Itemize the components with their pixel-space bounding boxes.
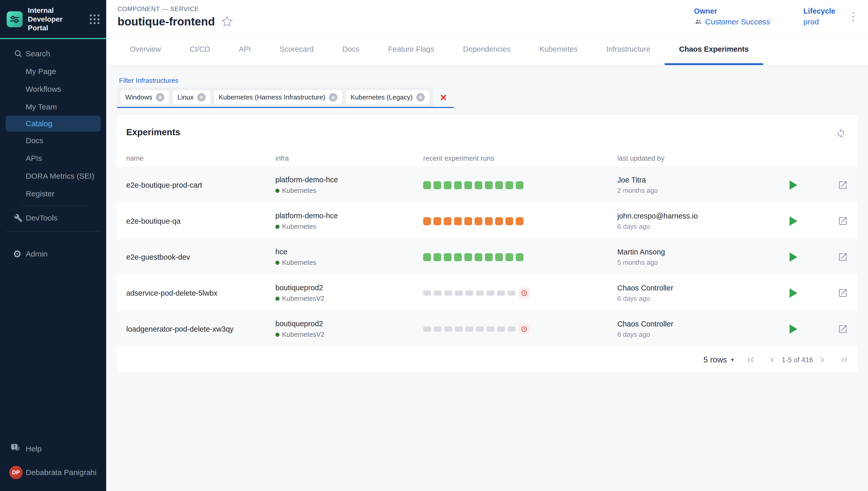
next-page-button[interactable] bbox=[817, 354, 828, 366]
chip-remove-icon[interactable]: × bbox=[416, 93, 425, 102]
sidebar-item-search[interactable]: Search bbox=[0, 45, 106, 62]
sidebar-item-docs[interactable]: Docs bbox=[0, 132, 106, 149]
open-in-new-icon[interactable] bbox=[838, 216, 848, 226]
run-experiment-play-button[interactable] bbox=[789, 180, 797, 190]
owner-link[interactable]: Customer Success bbox=[705, 18, 770, 26]
chip-label: Kubernetes (Legacy) bbox=[350, 93, 412, 101]
filter-chip-windows: Windows× bbox=[121, 90, 169, 104]
table-row[interactable]: e2e-boutique-prod-cartplatform-demo-hceK… bbox=[117, 167, 857, 203]
table-row[interactable]: e2e-guestbook-devhceKubernetesMartin Ans… bbox=[117, 239, 857, 275]
chip-remove-icon[interactable]: × bbox=[329, 93, 337, 102]
sidebar-item-devtools[interactable]: DevTools bbox=[0, 209, 106, 227]
sidebar-item-my-page[interactable]: My Page bbox=[0, 62, 106, 80]
sidebar-item-catalog[interactable]: Catalog bbox=[6, 116, 100, 132]
experiment-name: e2e-guestbook-dev bbox=[126, 253, 276, 261]
open-in-new-icon[interactable] bbox=[838, 324, 848, 334]
help-bubble-icon: ? bbox=[10, 443, 21, 455]
tab-dependencies[interactable]: Dependencies bbox=[449, 33, 525, 65]
recent-runs-strip bbox=[423, 217, 617, 225]
first-page-button[interactable] bbox=[745, 354, 756, 366]
table-row[interactable]: adservice-pod-delete-5lwbxboutiqueprod2K… bbox=[117, 275, 857, 311]
tab-ci-cd[interactable]: CI/CD bbox=[175, 33, 225, 65]
slider-logo-icon bbox=[9, 13, 20, 25]
recent-runs-strip bbox=[423, 181, 617, 189]
run-pending-square bbox=[455, 290, 463, 296]
sidebar-header: Internal Developer Portal bbox=[0, 0, 106, 39]
chip-label: Windows bbox=[125, 93, 152, 101]
sidebar-divider bbox=[20, 206, 86, 206]
user-menu[interactable]: DP Debabrata Panigrahi bbox=[0, 461, 106, 484]
run-experiment-play-button[interactable] bbox=[789, 324, 797, 334]
run-success-square bbox=[423, 253, 431, 261]
tab-api[interactable]: API bbox=[225, 33, 265, 65]
apps-grid-icon[interactable] bbox=[90, 15, 99, 24]
run-experiment-play-button[interactable] bbox=[789, 253, 797, 262]
chip-remove-icon[interactable]: × bbox=[197, 93, 206, 102]
tab-chaos-experiments[interactable]: Chaos Experiments bbox=[665, 33, 763, 65]
tab-label: API bbox=[239, 45, 251, 54]
chip-label: Kubernetes (Harness Infrastructure) bbox=[219, 93, 325, 101]
sidebar-item-workflows[interactable]: Workflows bbox=[0, 80, 106, 98]
harness-idp-logo[interactable] bbox=[7, 11, 23, 27]
updated-by-name: Joe Titra bbox=[617, 176, 789, 184]
updated-by-cell: Joe Titra2 months ago bbox=[617, 176, 789, 195]
last-page-button[interactable] bbox=[838, 354, 849, 366]
infra-cell: platform-demo-hceKubernetes bbox=[276, 176, 423, 195]
page-title: boutique-frontend bbox=[117, 15, 215, 28]
tab-infrastructure[interactable]: Infrastructure bbox=[592, 33, 665, 65]
tab-overview[interactable]: Overview bbox=[115, 33, 175, 65]
refresh-icon[interactable] bbox=[836, 128, 846, 138]
sidebar-item-admin[interactable]: ⚙ Admin bbox=[0, 245, 106, 263]
run-failed-square bbox=[464, 217, 472, 225]
open-in-new-icon[interactable] bbox=[838, 180, 848, 190]
rows-per-page-select[interactable]: 5 rows ▾ bbox=[703, 355, 734, 365]
table-row[interactable]: loadgenerator-pod-delete-xw3qyboutiquepr… bbox=[117, 311, 857, 347]
run-pending-square bbox=[434, 290, 442, 296]
tab-feature-flags[interactable]: Feature Flags bbox=[374, 33, 449, 65]
sidebar-item-register[interactable]: Register bbox=[0, 185, 106, 203]
prev-page-button[interactable] bbox=[767, 354, 778, 366]
run-experiment-play-button[interactable] bbox=[789, 288, 797, 298]
tab-label: Overview bbox=[130, 45, 161, 54]
sidebar-item-help[interactable]: ? Help bbox=[0, 441, 106, 457]
run-failed-square bbox=[474, 217, 482, 225]
run-success-square bbox=[454, 181, 462, 189]
sidebar-item-dora-metrics-sei[interactable]: DORA Metrics (SEI) bbox=[0, 167, 106, 185]
updated-by-cell: Chaos Controller6 days ago bbox=[617, 284, 789, 302]
kebab-menu-icon[interactable] bbox=[851, 10, 856, 23]
updated-by-name: Chaos Controller bbox=[617, 284, 789, 292]
run-success-square bbox=[444, 253, 452, 261]
run-pending-square bbox=[423, 290, 431, 296]
clear-filters-icon[interactable]: × bbox=[440, 92, 447, 103]
table-row[interactable]: e2e-boutique-qaplatform-demo-hceKubernet… bbox=[117, 203, 857, 239]
run-success-square bbox=[474, 253, 482, 261]
infra-status-dot bbox=[276, 261, 280, 265]
open-in-new-icon[interactable] bbox=[838, 288, 848, 298]
open-in-new-icon[interactable] bbox=[838, 252, 848, 262]
sidebar-item-apis[interactable]: APIs bbox=[0, 149, 106, 167]
run-success-square bbox=[485, 253, 493, 261]
tab-docs[interactable]: Docs bbox=[328, 33, 374, 65]
run-pending-square bbox=[444, 290, 452, 296]
infra-cell: boutiqueprod2KubernetesV2 bbox=[276, 284, 423, 302]
run-failed-square bbox=[495, 217, 503, 225]
filter-chip-linux: Linux× bbox=[173, 90, 210, 104]
sidebar-item-my-team[interactable]: My Team bbox=[0, 98, 106, 116]
run-pending-square bbox=[476, 326, 484, 331]
chip-remove-icon[interactable]: × bbox=[156, 93, 164, 102]
run-failed-square bbox=[454, 217, 462, 225]
table-header: name infra recent experiment runs last u… bbox=[117, 150, 857, 167]
run-success-square bbox=[444, 181, 452, 189]
tab-scorecard[interactable]: Scorecard bbox=[265, 33, 328, 65]
run-success-square bbox=[433, 181, 441, 189]
infra-cell: platform-demo-hceKubernetes bbox=[276, 211, 423, 231]
infrastructure-filter-input[interactable]: Windows×Linux×Kubernetes (Harness Infras… bbox=[117, 88, 433, 107]
run-pending-square bbox=[508, 290, 516, 296]
run-experiment-play-button[interactable] bbox=[789, 216, 797, 226]
experiment-name: adservice-pod-delete-5lwbx bbox=[126, 289, 276, 297]
filter-infrastructures-label[interactable]: Filter Infrastructures bbox=[119, 77, 178, 85]
chevron-down-icon: ▾ bbox=[731, 356, 734, 363]
tab-kubernetes[interactable]: Kubernetes bbox=[525, 33, 592, 65]
favorite-star-icon[interactable] bbox=[221, 16, 233, 28]
page-range: 1-5 of 416 bbox=[782, 356, 813, 364]
